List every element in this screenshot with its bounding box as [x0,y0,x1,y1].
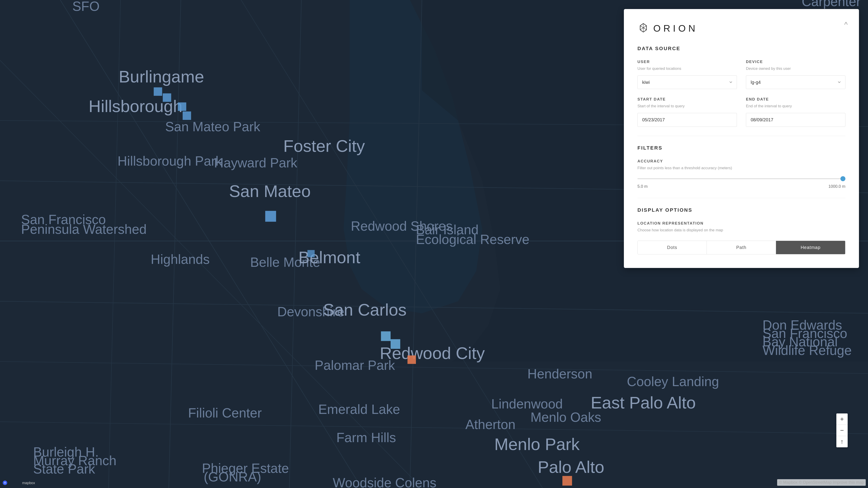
device-field-group: DEVICE Device owned by this user lg-g4 i… [746,60,845,89]
svg-text:Hayward Park: Hayward Park [214,156,298,170]
user-field-group: USER User for queried locations kiwi adm… [638,60,737,89]
mapbox-logo: mapbox [2,480,35,486]
orion-logo-icon [638,23,649,34]
svg-text:Lindenwood: Lindenwood [491,396,563,411]
accuracy-sublabel: Filter out points less than a threshold … [638,165,845,171]
accuracy-range-labels: 5.0 m 1000.0 m [638,184,845,189]
svg-text:Woodside Colens: Woodside Colens [333,475,436,488]
start-date-label: START DATE [638,97,737,102]
display-options-section-title: DISPLAY OPTIONS [638,207,845,213]
svg-rect-60 [265,211,276,222]
svg-text:(GONRA): (GONRA) [204,469,261,484]
svg-text:Wildlife Refuge: Wildlife Refuge [763,343,851,358]
location-representation-label: LOCATION REPRESENTATION [638,221,845,226]
svg-text:Henderson: Henderson [527,366,592,381]
device-label: DEVICE [746,60,845,64]
svg-rect-64 [562,476,572,486]
svg-text:Filioli Center: Filioli Center [188,405,262,420]
start-date-sublabel: Start of the interval to query [638,103,737,109]
end-date-input[interactable] [746,113,845,127]
location-representation-buttons: Dots Path Heatmap [638,240,845,254]
svg-text:Highlands: Highlands [151,252,210,267]
panel-logo: ORION [638,23,845,34]
accuracy-slider[interactable] [638,178,845,179]
svg-rect-63 [408,355,416,364]
compass-button[interactable]: ↑ [836,436,848,447]
user-select[interactable]: kiwi admin user2 [638,75,737,89]
svg-text:State Park: State Park [33,462,95,476]
svg-rect-59 [183,111,191,120]
filters-divider [638,136,845,136]
svg-text:Ecological Reserve: Ecological Reserve [416,232,529,247]
svg-rect-57 [163,93,171,102]
svg-text:Cooley Landing: Cooley Landing [627,374,719,389]
user-label: USER [638,60,737,64]
svg-text:San Mateo: San Mateo [229,182,311,201]
svg-text:Foster City: Foster City [283,136,365,156]
accuracy-label: ACCURACY [638,159,845,164]
svg-text:San Carlos: San Carlos [323,300,406,319]
svg-rect-58 [178,102,186,111]
zoom-controls: + − ↑ [836,414,848,447]
svg-text:Emerald Lake: Emerald Lake [318,402,400,417]
svg-rect-62 [391,339,400,349]
svg-text:Burlingame: Burlingame [119,67,204,86]
svg-text:San Mateo Park: San Mateo Park [165,119,260,134]
accuracy-field-group: ACCURACY Filter out points less than a t… [638,159,845,189]
panel-collapse-button[interactable]: ^ [844,20,848,29]
date-row: START DATE Start of the interval to quer… [638,97,845,127]
zoom-out-button[interactable]: − [836,425,848,436]
dots-button[interactable]: Dots [638,241,707,254]
svg-rect-56 [154,88,162,96]
location-representation-group: LOCATION REPRESENTATION Choose how locat… [638,221,845,254]
svg-rect-61 [381,331,391,341]
end-date-label: END DATE [746,97,845,102]
control-panel: ORION ^ DATA SOURCE USER User for querie… [624,9,859,268]
zoom-in-button[interactable]: + [836,414,848,425]
accuracy-min-label: 5.0 m [638,184,648,189]
svg-text:Palo Alto: Palo Alto [538,457,604,477]
app-title: ORION [653,23,698,34]
accuracy-max-label: 1000.0 m [829,184,845,189]
end-date-field-group: END DATE End of the interval to query [746,97,845,127]
start-date-input[interactable] [638,113,737,127]
svg-text:SFO: SFO [72,0,100,13]
user-device-row: USER User for queried locations kiwi adm… [638,60,845,89]
filters-section-title: FILTERS [638,145,845,151]
svg-text:Carpenter: Carpenter [802,0,861,9]
heatmap-button[interactable]: Heatmap [776,241,845,254]
user-sublabel: User for queried locations [638,66,737,71]
location-representation-sublabel: Choose how location data is displayed on… [638,228,845,233]
svg-text:Palomar Park: Palomar Park [315,358,395,372]
path-button[interactable]: Path [707,241,776,254]
map-attribution: © Mapbox © OpenStreetMap Improve this ma… [777,479,866,486]
end-date-sublabel: End of the interval to query [746,103,845,109]
svg-text:Hillsborough Park: Hillsborough Park [118,154,222,168]
device-select[interactable]: lg-g4 iphone-x pixel-2 [746,75,845,89]
device-sublabel: Device owned by this user [746,66,845,71]
data-source-section-title: DATA SOURCE [638,46,845,52]
svg-text:East Palo Alto: East Palo Alto [591,393,696,412]
svg-text:Atherton: Atherton [465,417,516,432]
svg-text:Menlo Park: Menlo Park [494,435,580,454]
start-date-field-group: START DATE Start of the interval to quer… [638,97,737,127]
svg-rect-65 [307,250,315,257]
svg-text:Peninsula Watershed: Peninsula Watershed [21,222,147,236]
svg-text:Farm Hills: Farm Hills [336,430,396,445]
